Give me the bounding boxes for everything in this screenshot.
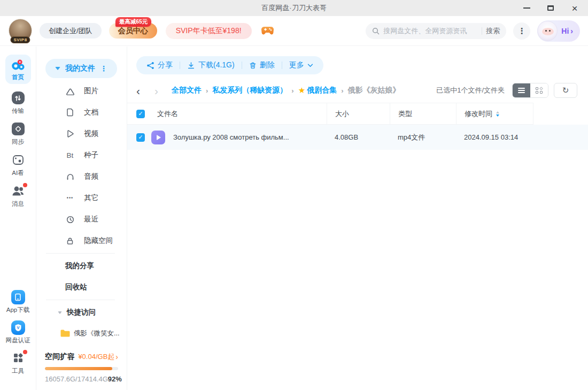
search-box[interactable]: 搜索 [366,23,506,39]
breadcrumb-current: 俄影《灰姑娘》 [347,86,400,95]
grid-view-button[interactable] [530,83,548,97]
sidebar-item-pictures[interactable]: 图片 [36,80,127,102]
storage-progress-fill [45,367,112,370]
storage-price-link[interactable]: ¥0.04/GB起 › [78,352,118,362]
audio-icon [65,173,75,181]
download-button[interactable]: 下载(4.1G) [187,60,235,70]
nav-ai-view[interactable]: AI看 [11,153,25,177]
svg-text:V: V [17,325,19,330]
certification-icon: V [11,320,25,334]
breadcrumb-separator: › [206,87,208,95]
my-files-menu-icon[interactable]: ⋮ [100,64,107,73]
nav-messages[interactable]: 消息 [11,184,25,208]
gamepad-icon [261,26,274,36]
nav-certification[interactable]: V 网盘认证 [6,320,30,345]
sidebar-item-hidden-space[interactable]: 隐藏空间 [36,230,127,251]
sidebar-quick-access[interactable]: 快捷访问 [36,302,127,323]
sidebar-item-torrents[interactable]: Bt 种子 [36,144,127,166]
forward-button[interactable]: › [154,85,158,96]
my-files-label: 我的文件 [65,64,95,73]
sidebar-my-files[interactable]: 我的文件 ⋮ [45,59,117,78]
assistant-pill[interactable]: Hi › [537,20,580,42]
sidebar-item-other[interactable]: ••• 其它 [36,187,127,209]
breadcrumb-row: ‹ › 全部文件 › 私发系列（稀缺资源） › ★ 俄剧合集 › 俄影《灰姑娘》… [127,82,588,98]
search-button[interactable]: 搜索 [486,26,500,36]
video-file-icon [151,131,165,144]
nav-transfer[interactable]: 传输 [11,91,25,115]
sort-icon[interactable] [496,111,499,117]
list-view-icon [518,88,525,93]
assistant-chevron-icon: › [570,27,573,35]
clock-icon [65,216,75,224]
breadcrumb-series[interactable]: 私发系列（稀缺资源） [212,86,287,95]
table-row[interactable]: ✓ Золушка.ру 2008 смотреть фильм... 4.08… [127,125,588,150]
maximize-icon [547,5,554,11]
ellipsis-icon: ••• [65,195,75,201]
minimize-button[interactable] [522,3,531,13]
nav-home[interactable]: 首页 [5,55,31,84]
sidebar-item-my-shares[interactable]: 我的分享 [36,255,127,277]
picture-icon [65,87,75,95]
collapse-triangle-icon [58,311,62,314]
column-header-modified[interactable]: 修改时间 [456,103,533,124]
storage-progress-bar [45,367,118,370]
collapse-triangle-icon [55,67,60,70]
search-divider [482,27,482,35]
refresh-icon: ↻ [562,86,569,95]
more-button[interactable]: 更多 [289,60,313,70]
svip-promo-banner[interactable]: SVIP年卡低至¥198! [166,23,252,39]
row-checkbox[interactable]: ✓ [136,133,145,142]
nav-app-download[interactable]: App下载 [6,290,29,314]
search-input[interactable] [383,27,478,35]
storage-usage-text: 16057.6G/17414.4G [45,375,108,383]
file-modified: 2024.09.15 03:14 [456,125,533,150]
sidebar-item-documents[interactable]: 文档 [36,102,127,123]
column-header-name[interactable]: 文件名 [149,103,327,124]
share-icon [146,62,154,70]
nav-tools-label: 工具 [12,367,24,375]
file-name[interactable]: Золушка.ру 2008 смотреть фильм... [173,133,289,141]
column-header-size[interactable]: 大小 [327,103,390,124]
nav-tools[interactable]: 工具 [11,351,25,375]
sidebar-item-videos[interactable]: 视频 [36,123,127,144]
download-icon [187,62,195,70]
nav-messages-label: 消息 [12,200,24,208]
games-button[interactable] [261,26,274,36]
storage-panel: 空间扩容 ¥0.04/GB起 › 16057.6G/17414.4G 92% [36,352,127,390]
maximize-button[interactable] [546,3,555,13]
sidebar-item-recent[interactable]: 最近 [36,209,127,230]
close-button[interactable]: × [570,3,579,13]
check-icon: ✓ [138,110,143,117]
delete-button[interactable]: 删除 [249,60,275,70]
window-title: 百度网盘·刀刀大表哥 [0,3,588,13]
check-icon: ✓ [138,134,143,141]
share-button[interactable]: 分享 [146,60,173,70]
ai-view-icon [11,153,25,167]
file-toolbar: 分享 下载(4.1G) 删除 更多 [136,56,323,74]
file-size: 4.08GB [327,125,390,150]
bt-icon: Bt [65,151,75,159]
refresh-button[interactable]: ↻ [554,83,577,98]
nav-sync[interactable]: 同步 [11,122,25,146]
nav-certification-label: 网盘认证 [6,337,30,345]
file-type: mp4文件 [390,125,456,150]
back-button[interactable]: ‹ [136,85,140,96]
list-view-button[interactable] [513,83,530,97]
storage-expand-label: 空间扩容 [45,352,75,362]
header: SVIP8 创建企业/团队 会员中心 最高减65元 SVIP年卡低至¥198! … [0,16,588,46]
sidebar-item-audio[interactable]: 音频 [36,166,127,187]
sidebar-item-recycle-bin[interactable]: 回收站 [36,277,127,298]
breadcrumb-all-files[interactable]: 全部文件 [172,86,202,95]
app-download-icon [11,290,25,304]
user-avatar[interactable]: SVIP8 [7,18,33,44]
more-menu-button[interactable]: ⋮ [513,22,530,40]
create-team-button[interactable]: 创建企业/团队 [40,23,102,39]
column-header-type[interactable]: 类型 [390,103,456,124]
quick-access-folder[interactable]: 俄影《微笑女... [36,323,127,343]
breadcrumb-collection[interactable]: 俄剧合集 [307,86,337,95]
storage-usage: 16057.6G/17414.4G 92% [45,375,118,383]
divider [242,62,242,69]
table-header: ✓ 文件名 大小 类型 修改时间 [127,103,533,125]
select-all-checkbox[interactable]: ✓ [136,110,145,118]
kebab-menu-icon: ⋮ [518,26,526,36]
